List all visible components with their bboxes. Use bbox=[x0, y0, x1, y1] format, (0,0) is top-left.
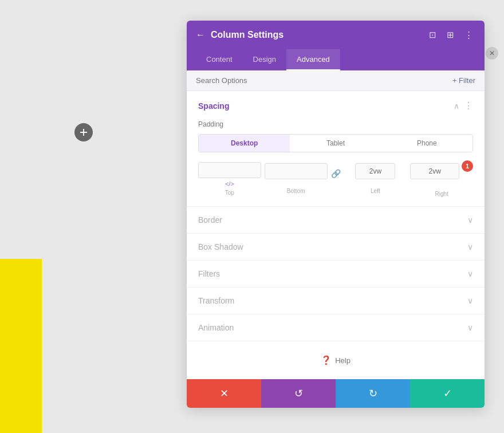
border-chevron-icon: ∨ bbox=[467, 215, 473, 225]
redo-button[interactable]: ↻ bbox=[336, 379, 410, 408]
animation-chevron-icon: ∨ bbox=[467, 323, 473, 332]
top-input-group: </> Top bbox=[198, 162, 261, 196]
svg-rect-1 bbox=[80, 132, 87, 133]
undo-button[interactable]: ↺ bbox=[261, 379, 336, 408]
help-icon: ❓ bbox=[321, 355, 332, 365]
panel-header-left: ← Column Settings bbox=[196, 30, 284, 40]
spacing-chevron-up-icon: ∧ bbox=[454, 101, 459, 111]
panel-footer: ✕ ↺ ↻ ✓ bbox=[187, 379, 485, 408]
box-shadow-title: Box Shadow bbox=[198, 242, 243, 251]
bottom-label: Bottom bbox=[287, 188, 305, 194]
top-padding-input[interactable] bbox=[198, 162, 261, 178]
tab-bar: Content Design Advanced bbox=[187, 49, 485, 70]
animation-title: Animation bbox=[198, 323, 234, 332]
device-tab-tablet[interactable]: Tablet bbox=[290, 135, 381, 152]
cancel-button[interactable]: ✕ bbox=[187, 379, 261, 408]
spacing-title: Spacing bbox=[198, 101, 229, 111]
left-input-group: Left bbox=[344, 163, 407, 194]
right-padding-input[interactable] bbox=[410, 163, 459, 179]
transform-section[interactable]: Transform ∨ bbox=[187, 288, 485, 314]
link-icon-container: 🔗 bbox=[331, 169, 341, 188]
spacing-header-actions: ∧ ⋮ bbox=[454, 100, 473, 111]
bottom-input-group: Bottom bbox=[265, 163, 328, 194]
right-input-group: 1 Right bbox=[410, 160, 473, 197]
device-tabs: Desktop Tablet Phone bbox=[198, 134, 473, 152]
save-button[interactable]: ✓ bbox=[410, 379, 485, 408]
bottom-padding-input[interactable] bbox=[265, 163, 328, 179]
box-shadow-chevron-icon: ∨ bbox=[467, 242, 473, 251]
search-input[interactable] bbox=[196, 76, 452, 85]
border-title: Border bbox=[198, 215, 222, 225]
link-icon[interactable]: 🔗 bbox=[331, 169, 341, 178]
preview-icon-button[interactable]: ⊡ bbox=[427, 29, 439, 41]
more-options-button[interactable]: ⋮ bbox=[462, 29, 475, 41]
spacing-more-icon[interactable]: ⋮ bbox=[464, 100, 473, 111]
spacing-section-header[interactable]: Spacing ∧ ⋮ bbox=[187, 91, 485, 120]
panel-title: Column Settings bbox=[211, 30, 284, 40]
padding-label: Padding bbox=[198, 120, 473, 128]
border-section[interactable]: Border ∨ bbox=[187, 207, 485, 234]
add-element-button[interactable] bbox=[74, 123, 93, 141]
badge-notification: 1 bbox=[462, 160, 473, 172]
panel-header-actions: ⊡ ⊞ ⋮ bbox=[427, 29, 475, 41]
transform-chevron-icon: ∨ bbox=[467, 296, 473, 305]
device-tab-phone[interactable]: Phone bbox=[381, 135, 472, 152]
back-button[interactable]: ← bbox=[196, 30, 205, 40]
panel-header: ← Column Settings ⊡ ⊞ ⋮ bbox=[187, 21, 485, 49]
search-bar: + Filter bbox=[187, 70, 485, 91]
column-settings-panel: ← Column Settings ⊡ ⊞ ⋮ Content Design A… bbox=[187, 21, 485, 408]
top-label: Top bbox=[225, 190, 234, 196]
tab-content[interactable]: Content bbox=[196, 49, 243, 70]
padding-inputs-row: </> Top Bottom 🔗 bbox=[198, 160, 473, 197]
animation-section[interactable]: Animation ∨ bbox=[187, 314, 485, 341]
filters-chevron-icon: ∨ bbox=[467, 269, 473, 278]
help-text[interactable]: Help bbox=[335, 356, 351, 365]
filters-title: Filters bbox=[198, 269, 220, 278]
layout-icon-button[interactable]: ⊞ bbox=[444, 29, 456, 41]
box-shadow-section[interactable]: Box Shadow ∨ bbox=[187, 234, 485, 261]
spacing-section: Spacing ∧ ⋮ Padding Desktop Tablet Phone bbox=[187, 91, 485, 207]
transform-title: Transform bbox=[198, 296, 234, 305]
tab-design[interactable]: Design bbox=[243, 49, 286, 70]
left-padding-input[interactable] bbox=[355, 163, 395, 179]
tab-advanced[interactable]: Advanced bbox=[286, 49, 340, 70]
spacing-section-content: Padding Desktop Tablet Phone </> Top bbox=[187, 120, 485, 206]
yellow-block bbox=[0, 259, 42, 433]
filters-section[interactable]: Filters ∨ bbox=[187, 261, 485, 288]
left-label: Left bbox=[371, 188, 380, 194]
close-canvas-button[interactable]: ✕ bbox=[486, 47, 498, 60]
help-section: ❓ Help bbox=[187, 341, 485, 379]
device-tab-desktop[interactable]: Desktop bbox=[199, 135, 290, 152]
panel-body: Spacing ∧ ⋮ Padding Desktop Tablet Phone bbox=[187, 91, 485, 379]
right-label: Right bbox=[435, 191, 448, 197]
filter-button[interactable]: + Filter bbox=[452, 76, 475, 85]
